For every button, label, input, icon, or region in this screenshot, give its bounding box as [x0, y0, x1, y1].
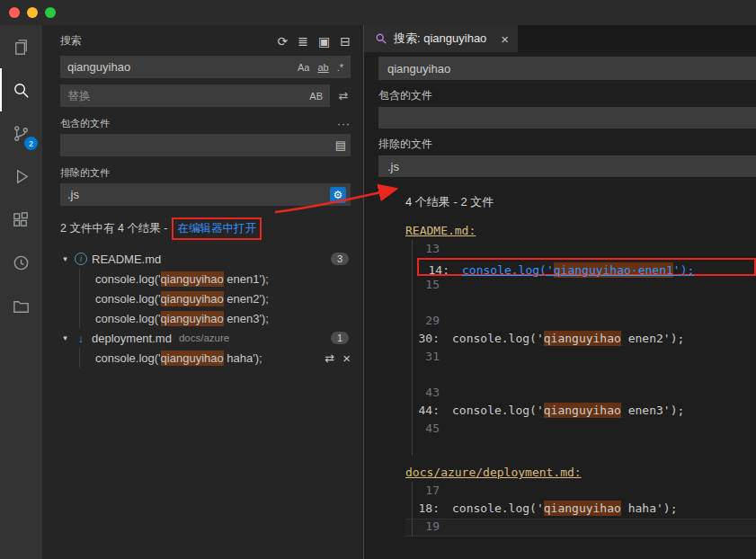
line-number: 45 [413, 420, 440, 438]
match-text: console.log('qianguyihao enen1'); [95, 272, 269, 286]
sidebar-item-run-debug[interactable] [0, 155, 42, 198]
sidebar-item-source-control[interactable]: 2 [0, 111, 42, 155]
chevron-down-icon[interactable]: ▾ [60, 333, 70, 342]
replace-box: AB [60, 84, 330, 107]
code-line [413, 366, 756, 384]
collapse-all-icon[interactable]: ⊟ [340, 35, 351, 48]
search-editor-icon [375, 32, 387, 45]
tab-bar: 搜索: qianguyihao × [364, 25, 756, 52]
line-number: 30: [413, 330, 440, 348]
match-case-icon[interactable]: Aa [295, 61, 312, 74]
line-number: 18: [413, 500, 440, 518]
code-line: 45 [413, 420, 756, 438]
code-line: 43 [413, 384, 756, 402]
code-line[interactable]: 18:console.log('qianguyihao haha'); [413, 500, 756, 518]
match-text: console.log('qianguyihao haha'); [95, 351, 262, 365]
line-number: 44: [413, 402, 440, 420]
code-line: 17 [413, 482, 756, 500]
search-match[interactable]: console.log('qianguyihao enen1'); [60, 269, 351, 288]
code-line[interactable]: 30:console.log('qianguyihao enen2'); [413, 330, 756, 348]
sidebar-item-search[interactable] [0, 68, 42, 111]
exclude-box: ⚙ [60, 183, 351, 206]
use-exclude-settings-gear-icon[interactable]: ⚙ [330, 187, 346, 203]
line-text: console.log('qianguyihao enen3'); [452, 402, 684, 420]
search-editor-results: README.md:1314:console.log('qianguyihao·… [405, 222, 756, 536]
line-number: 13 [413, 240, 440, 258]
toggle-search-details-icon[interactable]: ··· [337, 118, 351, 130]
search-results-tree: ▾iREADME.md3console.log('qianguyihao ene… [60, 249, 351, 368]
sidebar-item-explorer[interactable] [0, 25, 42, 68]
preserve-case-icon[interactable]: AB [307, 90, 325, 102]
editor-query-input[interactable] [386, 61, 749, 76]
sidebar-item-history[interactable] [0, 241, 42, 284]
search-box: Aa ab .* [60, 56, 351, 78]
files-include-input[interactable] [67, 138, 335, 152]
replace-icon[interactable]: ⇄ [325, 351, 334, 365]
chevron-down-icon[interactable]: ▾ [60, 254, 70, 263]
line-text: console.log('qianguyihao enen2'); [452, 330, 684, 348]
line-text: console.log('qianguyihao·enen1'); [462, 262, 694, 272]
search-match[interactable]: console.log('qianguyihao enen3'); [60, 308, 351, 328]
result-file-heading[interactable]: README.md: [405, 222, 476, 240]
regex-icon[interactable]: .* [334, 61, 346, 74]
readme-file-icon: i [75, 253, 87, 265]
editor-results-summary: 4 个结果 - 2 文件 [405, 194, 756, 210]
result-file-heading[interactable]: docs/azure/deployment.md: [405, 464, 582, 482]
file-name: deployment.md [92, 332, 172, 345]
replace-input[interactable] [67, 89, 304, 102]
open-new-search-editor-icon[interactable]: ▣ [318, 35, 330, 48]
line-number [413, 438, 440, 456]
code-line: 31 [413, 348, 756, 366]
files-exclude-input[interactable] [67, 188, 330, 201]
sidebar-title: 搜索 [60, 33, 278, 49]
editor-query-box [378, 57, 756, 80]
match-text: console.log('qianguyihao enen2'); [95, 292, 269, 306]
line-number: 19 [413, 518, 440, 536]
editor-exclude-box [378, 155, 756, 177]
search-only-open-editors-icon[interactable]: ▤ [335, 138, 346, 152]
search-match[interactable]: console.log('qianguyihao enen2'); [60, 288, 351, 308]
line-number [413, 366, 440, 384]
titlebar [0, 0, 756, 25]
close-window-button[interactable] [9, 7, 20, 18]
replace-all-icon[interactable]: ⇄ [336, 89, 351, 102]
folder-icon [11, 296, 31, 316]
open-in-editor-link[interactable]: 在编辑器中打开 [172, 217, 262, 240]
file-path: docs/azure [179, 333, 229, 343]
minimize-window-button[interactable] [27, 7, 38, 18]
search-match[interactable]: console.log('qianguyihao haha');⇄× [60, 348, 351, 368]
files-include-label: 包含的文件 [60, 117, 110, 130]
editor-exclude-input[interactable] [386, 159, 749, 174]
run-debug-icon [11, 166, 31, 187]
dismiss-icon[interactable]: × [342, 350, 351, 366]
line-number: 14: [422, 262, 449, 272]
line-text: console.log('qianguyihao haha'); [452, 500, 677, 518]
extensions-icon [11, 209, 31, 230]
sidebar-item-extensions[interactable] [0, 198, 42, 241]
search-sidebar: 搜索 ⟳ ≣ ▣ ⊟ ▾ Aa ab .* AB ⇄ 包含的文件 ··· [42, 25, 363, 559]
zoom-window-button[interactable] [45, 7, 56, 18]
results-summary-text: 2 文件中有 4 个结果 - [60, 221, 167, 236]
scm-changes-badge: 2 [24, 137, 38, 150]
code-line[interactable]: 44:console.log('qianguyihao enen3'); [413, 402, 756, 420]
search-result-file[interactable]: ▾iREADME.md3 [60, 249, 351, 269]
line-number: 43 [413, 384, 440, 402]
clear-search-results-icon[interactable]: ≣ [298, 35, 308, 48]
code-line: 29 [413, 312, 756, 330]
line-number: 17 [413, 482, 440, 500]
editor-include-label: 包含的文件 [378, 88, 756, 103]
refresh-icon[interactable]: ⟳ [278, 35, 289, 48]
whole-word-icon[interactable]: ab [315, 61, 331, 74]
tab-close-icon[interactable]: × [501, 31, 509, 47]
files-exclude-label: 排除的文件 [60, 166, 110, 180]
file-name: README.md [92, 253, 161, 266]
tab-search-editor[interactable]: 搜索: qianguyihao × [364, 25, 518, 52]
activity-bar: 2 [0, 25, 42, 559]
deployment-file-icon: ↓ [75, 332, 87, 345]
editor-include-input[interactable] [386, 111, 749, 126]
search-input[interactable] [67, 60, 292, 74]
line-number: 31 [413, 348, 440, 366]
code-line[interactable]: 14:console.log('qianguyihao·enen1'); [417, 258, 756, 276]
search-result-file[interactable]: ▾↓deployment.mddocs/azure1 [60, 328, 351, 348]
sidebar-item-folder[interactable] [0, 284, 42, 327]
